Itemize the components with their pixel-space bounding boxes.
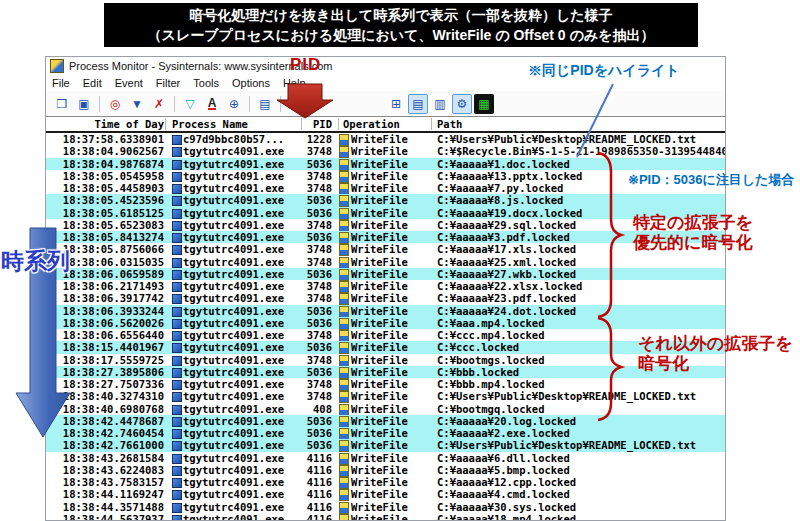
menu-item-options[interactable]: Options: [232, 77, 270, 89]
time-of-day-cell: 18:38:05.8413274: [58, 231, 164, 243]
column-header-process[interactable]: Process Name: [172, 117, 248, 131]
menu-item-filter[interactable]: Filter: [156, 77, 180, 89]
column-divider[interactable]: [338, 118, 339, 130]
include-process-icon[interactable]: ⊕: [224, 94, 244, 114]
pid-cell: 3748: [261, 329, 332, 341]
time-of-day-cell: 18:38:05.4523596: [58, 194, 164, 206]
event-row[interactable]: 18:38:06.0315035 tgytutrc4091.exe 3748 W…: [46, 256, 725, 268]
capture-icon[interactable]: ◎: [105, 94, 125, 114]
event-row[interactable]: 18:38:05.6523083 tgytutrc4091.exe 3748 W…: [46, 219, 725, 231]
process-icon: [172, 270, 182, 280]
event-row[interactable]: 18:38:42.7661000 tgytutrc4091.exe 5036 W…: [46, 439, 725, 451]
event-row[interactable]: 18:38:04.9062567 tgytutrc4091.exe 3748 W…: [46, 145, 725, 157]
event-row[interactable]: 18:38:43.2681584 tgytutrc4091.exe 4116 W…: [46, 452, 725, 464]
column-header-path[interactable]: Path: [437, 117, 462, 131]
pid-cell: 3748: [261, 390, 332, 402]
menu-item-help[interactable]: Help: [283, 77, 306, 89]
operation-cell: WriteFile: [351, 182, 408, 194]
show-registry-icon[interactable]: ⊞: [386, 94, 406, 114]
pid-cell: 408: [261, 403, 332, 415]
operation-cell: WriteFile: [351, 403, 408, 415]
event-properties-icon[interactable]: ▤: [255, 94, 275, 114]
operation-cell: WriteFile: [351, 427, 408, 439]
procmon-window: Process Monitor - Sysinternals: www.sysi…: [45, 56, 726, 521]
process-icon: [172, 356, 182, 366]
event-row[interactable]: 18:38:05.8756066 tgytutrc4091.exe 3748 W…: [46, 243, 725, 255]
time-of-day-cell: 18:38:06.3917742: [58, 292, 164, 304]
pid-cell: 3748: [261, 219, 332, 231]
time-of-day-cell: 18:38:44.3571488: [58, 501, 164, 513]
writefile-operation-icon: [339, 306, 349, 318]
menu-item-edit[interactable]: Edit: [83, 77, 102, 89]
event-row[interactable]: 18:38:06.6556440 tgytutrc4091.exe 3748 W…: [46, 329, 725, 341]
column-divider[interactable]: [301, 118, 302, 130]
time-of-day-cell: 18:38:42.7460454: [58, 427, 164, 439]
highlight-icon[interactable]: A: [202, 94, 222, 114]
column-header-operation[interactable]: Operation: [343, 117, 400, 131]
procmon-app-icon: [50, 59, 64, 73]
event-row[interactable]: 18:38:43.6224083 tgytutrc4091.exe 4116 W…: [46, 464, 725, 476]
event-row[interactable]: 18:38:27.7507336 tgytutrc4091.exe 3748 W…: [46, 378, 725, 390]
show-profiling-icon[interactable]: ▦: [474, 94, 494, 114]
pid-cell: 5036: [261, 194, 332, 206]
event-row[interactable]: 18:37:58.6338901 c97d9bbc80b57... 1228 W…: [46, 133, 725, 145]
event-row[interactable]: 18:38:43.7583157 tgytutrc4091.exe 4116 W…: [46, 476, 725, 488]
priority-note-line2: 優先的に暗号化: [633, 233, 753, 253]
event-row[interactable]: 18:38:05.6185125 tgytutrc4091.exe 5036 W…: [46, 207, 725, 219]
column-header-pid[interactable]: PID: [261, 117, 332, 131]
show-process-icon[interactable]: ⚙: [452, 94, 472, 114]
event-row[interactable]: 18:38:06.5620026 tgytutrc4091.exe 5036 W…: [46, 317, 725, 329]
path-cell: C:¥aaaaa¥8.js.locked: [437, 194, 563, 206]
operation-cell: WriteFile: [351, 341, 408, 353]
autoscroll-icon[interactable]: ▼: [127, 94, 147, 114]
event-row[interactable]: 18:38:04.9876874 tgytutrc4091.exe 5036 W…: [46, 158, 725, 170]
event-row[interactable]: 18:38:15.4401967 tgytutrc4091.exe 5036 W…: [46, 341, 725, 353]
writefile-operation-icon: [339, 440, 349, 452]
event-row[interactable]: 18:38:06.0659589 tgytutrc4091.exe 5036 W…: [46, 268, 725, 280]
operation-cell: WriteFile: [351, 513, 408, 521]
pid-focus-note: ※PID：5036に注目した場合: [628, 171, 794, 189]
time-of-day-cell: 18:38:42.7661000: [58, 439, 164, 451]
writefile-operation-icon: [339, 391, 349, 403]
event-row[interactable]: 18:38:27.3895806 tgytutrc4091.exe 5036 W…: [46, 366, 725, 378]
pid-cell: 5036: [261, 158, 332, 170]
show-network-icon[interactable]: ▥: [430, 94, 450, 114]
event-row[interactable]: 18:38:42.4478687 tgytutrc4091.exe 5036 W…: [46, 415, 725, 427]
event-row[interactable]: 18:38:44.5637937 tgytutrc4091.exe 4116 W…: [46, 513, 725, 521]
open-icon[interactable]: ❒: [52, 94, 72, 114]
time-of-day-cell: 18:38:05.0545958: [58, 170, 164, 182]
save-icon[interactable]: ▣: [74, 94, 94, 114]
column-divider[interactable]: [165, 118, 166, 130]
writefile-operation-icon: [339, 269, 349, 281]
filter-icon[interactable]: ▽: [180, 94, 200, 114]
path-cell: C:¥aaaaa¥20.log.locked: [437, 415, 576, 427]
event-row[interactable]: 18:38:06.2171493 tgytutrc4091.exe 3748 W…: [46, 280, 725, 292]
operation-cell: WriteFile: [351, 133, 408, 145]
event-row[interactable]: 18:38:05.4458903 tgytutrc4091.exe 3748 W…: [46, 182, 725, 194]
event-row[interactable]: 18:38:40.3274310 tgytutrc4091.exe 3748 W…: [46, 390, 725, 402]
time-of-day-cell: 18:38:06.0659589: [58, 268, 164, 280]
event-row[interactable]: 18:38:05.0545958 tgytutrc4091.exe 3748 W…: [46, 170, 725, 182]
event-row[interactable]: 18:38:44.1169247 tgytutrc4091.exe 4116 W…: [46, 488, 725, 500]
pid-cell: 3748: [261, 170, 332, 182]
column-header-time[interactable]: Time of Day: [58, 117, 164, 131]
menu-item-file[interactable]: File: [52, 77, 70, 89]
event-row[interactable]: 18:38:06.3917742 tgytutrc4091.exe 3748 W…: [46, 292, 725, 304]
operation-cell: WriteFile: [351, 256, 408, 268]
process-icon: [172, 343, 182, 353]
event-row[interactable]: 18:38:05.8413274 tgytutrc4091.exe 5036 W…: [46, 231, 725, 243]
clear-icon[interactable]: ✗: [149, 94, 169, 114]
event-row[interactable]: 18:38:06.3933244 tgytutrc4091.exe 5036 W…: [46, 305, 725, 317]
event-row[interactable]: 18:38:44.3571488 tgytutrc4091.exe 4116 W…: [46, 501, 725, 513]
event-row[interactable]: 18:38:17.5559725 tgytutrc4091.exe 3748 W…: [46, 354, 725, 366]
time-of-day-cell: 18:38:43.6224083: [58, 464, 164, 476]
menu-item-event[interactable]: Event: [115, 77, 143, 89]
event-row[interactable]: 18:38:40.6980768 tgytutrc4091.exe 408 Wr…: [46, 403, 725, 415]
column-divider[interactable]: [431, 118, 432, 130]
menu-item-tools[interactable]: Tools: [193, 77, 219, 89]
event-row[interactable]: 18:38:42.7460454 tgytutrc4091.exe 5036 W…: [46, 427, 725, 439]
show-file-system-icon[interactable]: ▤: [408, 94, 428, 114]
time-of-day-cell: 18:38:27.7507336: [58, 378, 164, 390]
process-icon: [172, 478, 182, 488]
event-row[interactable]: 18:38:05.4523596 tgytutrc4091.exe 5036 W…: [46, 194, 725, 206]
